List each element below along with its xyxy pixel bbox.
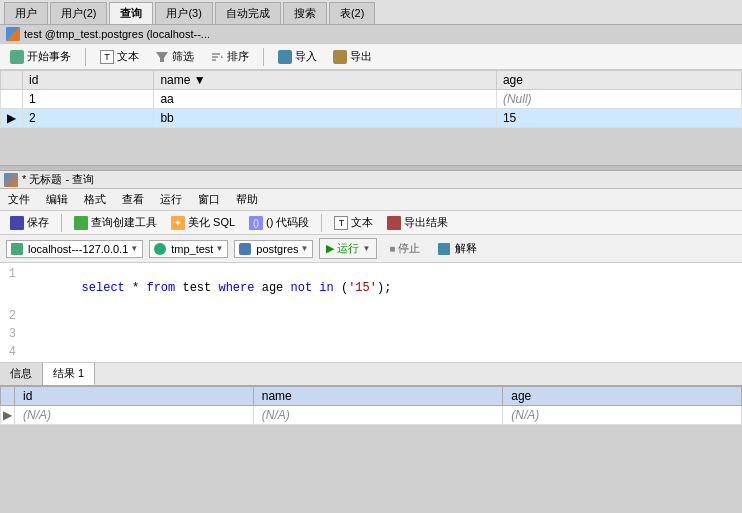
stop-btn[interactable]: ■ 停止 xyxy=(383,239,426,258)
sql-line-3: 3 xyxy=(4,327,738,345)
filter-btn[interactable]: 筛选 xyxy=(151,47,198,66)
query-title-bar: * 无标题 - 查询 xyxy=(0,171,742,189)
explain-icon xyxy=(438,243,450,255)
tab-user1[interactable]: 用户 xyxy=(4,2,48,24)
begin-transaction-btn[interactable]: 开始事务 xyxy=(6,47,75,66)
database-dropdown[interactable]: tmp_test ▼ xyxy=(149,240,228,258)
filter-icon xyxy=(155,50,169,64)
sql-content-1: select * from test where age not in ('15… xyxy=(24,267,738,309)
cell-name-1[interactable]: aa xyxy=(154,90,496,109)
line-num-2: 2 xyxy=(4,309,24,323)
cell-id-2[interactable]: 2 xyxy=(23,109,154,128)
menu-run[interactable]: 运行 xyxy=(158,191,184,208)
cell-name-2[interactable]: bb xyxy=(154,109,496,128)
result-cell-name[interactable]: (N/A) xyxy=(253,406,503,425)
sql-editor[interactable]: 1 select * from test where age not in ('… xyxy=(0,263,742,363)
run-label: 运行 xyxy=(337,241,359,256)
export-btn[interactable]: 导出 xyxy=(329,47,376,66)
top-panel: 用户 用户(2) 查询 用户(3) 自动完成 搜索 表(2) test @tmp… xyxy=(0,0,742,165)
sort-btn[interactable]: 排序 xyxy=(206,47,253,66)
host-dropdown[interactable]: localhost---127.0.0.1 ▼ xyxy=(6,240,143,258)
query-panel: * 无标题 - 查询 文件 编辑 格式 查看 运行 窗口 帮助 保存 查询创建工… xyxy=(0,171,742,513)
import-label: 导入 xyxy=(295,49,317,64)
code-icon: () xyxy=(249,216,263,230)
save-icon xyxy=(10,216,24,230)
result-col-id[interactable]: id xyxy=(15,387,254,406)
menu-view[interactable]: 查看 xyxy=(120,191,146,208)
result-col-age[interactable]: age xyxy=(503,387,742,406)
host-value: localhost---127.0.0.1 xyxy=(28,243,128,255)
top-tab-bar: 用户 用户(2) 查询 用户(3) 自动完成 搜索 表(2) xyxy=(0,0,742,25)
run-btn[interactable]: ▶ 运行 ▼ xyxy=(319,238,377,259)
query-menu-bar: 文件 编辑 格式 查看 运行 窗口 帮助 xyxy=(0,189,742,211)
top-title-text: test @tmp_test.postgres (localhost--... xyxy=(24,28,210,40)
result-table: id name age ▶ (N/A) (N/A) (N/A) xyxy=(0,386,742,425)
schema-value: postgres xyxy=(256,243,298,255)
text-icon2: T xyxy=(334,216,348,230)
col-header-age[interactable]: age xyxy=(496,71,741,90)
export-results-btn[interactable]: 导出结果 xyxy=(383,213,452,232)
result-cell-id[interactable]: (N/A) xyxy=(15,406,254,425)
menu-file[interactable]: 文件 xyxy=(6,191,32,208)
result-tab-1[interactable]: 结果 1 xyxy=(43,363,95,385)
text-btn[interactable]: T 文本 xyxy=(96,47,143,66)
cell-age-2[interactable]: 15 xyxy=(496,109,741,128)
database-icon xyxy=(154,243,166,255)
tab-table2[interactable]: 表(2) xyxy=(329,2,375,24)
cell-age-1[interactable]: (Null) xyxy=(496,90,741,109)
query-toolbar: 保存 查询创建工具 ✦ 美化 SQL () () 代码段 T 文本 导出结果 xyxy=(0,211,742,235)
result-table-row: ▶ (N/A) (N/A) (N/A) xyxy=(1,406,742,425)
code-snippet-label: () 代码段 xyxy=(266,215,309,230)
sort-icon xyxy=(210,50,224,64)
schema-dropdown[interactable]: postgres ▼ xyxy=(234,240,313,258)
line-num-3: 3 xyxy=(4,327,24,341)
tab-autocomplete[interactable]: 自动完成 xyxy=(215,2,281,24)
top-data-table: id name ▼ age 1 aa (Null) ▶ 2 bb 15 xyxy=(0,70,742,128)
sep2 xyxy=(263,48,264,66)
code-snippet-btn[interactable]: () () 代码段 xyxy=(245,213,313,232)
sep3 xyxy=(61,214,62,232)
result-row-arrow: ▶ xyxy=(1,406,15,425)
export-results-label: 导出结果 xyxy=(404,215,448,230)
export-results-icon xyxy=(387,216,401,230)
database-value: tmp_test xyxy=(171,243,213,255)
save-btn[interactable]: 保存 xyxy=(6,213,53,232)
line-num-1: 1 xyxy=(4,267,24,281)
text-label: 文本 xyxy=(117,49,139,64)
import-icon xyxy=(278,50,292,64)
beautify-sql-label: 美化 SQL xyxy=(188,215,235,230)
explain-label: 解释 xyxy=(455,241,477,256)
query-create-btn[interactable]: 查询创建工具 xyxy=(70,213,161,232)
tab-query[interactable]: 查询 xyxy=(109,2,153,24)
menu-help[interactable]: 帮助 xyxy=(234,191,260,208)
text-label2: 文本 xyxy=(351,215,373,230)
host-icon xyxy=(11,243,23,255)
begin-transaction-label: 开始事务 xyxy=(27,49,71,64)
import-btn[interactable]: 导入 xyxy=(274,47,321,66)
explain-btn[interactable]: 解释 xyxy=(432,239,483,258)
export-label: 导出 xyxy=(350,49,372,64)
col-header-name[interactable]: name ▼ xyxy=(154,71,496,90)
tab-user3[interactable]: 用户(3) xyxy=(155,2,212,24)
result-col-name[interactable]: name xyxy=(253,387,503,406)
menu-edit[interactable]: 编辑 xyxy=(44,191,70,208)
tab-search[interactable]: 搜索 xyxy=(283,2,327,24)
result-tab-info[interactable]: 信息 xyxy=(0,363,43,385)
menu-format[interactable]: 格式 xyxy=(82,191,108,208)
tab-user2[interactable]: 用户(2) xyxy=(50,2,107,24)
sql-line-2: 2 xyxy=(4,309,738,327)
col-header-id[interactable]: id xyxy=(23,71,154,90)
result-cell-age[interactable]: (N/A) xyxy=(503,406,742,425)
top-title-bar: test @tmp_test.postgres (localhost--... xyxy=(0,25,742,44)
beautify-sql-btn[interactable]: ✦ 美化 SQL xyxy=(167,213,239,232)
line-num-4: 4 xyxy=(4,345,24,359)
text-btn2[interactable]: T 文本 xyxy=(330,213,377,232)
menu-window[interactable]: 窗口 xyxy=(196,191,222,208)
cell-id-1[interactable]: 1 xyxy=(23,90,154,109)
sql-line-1: 1 select * from test where age not in ('… xyxy=(4,267,738,309)
host-dropdown-arrow: ▼ xyxy=(130,244,138,253)
query-create-icon xyxy=(74,216,88,230)
result-col-arrow xyxy=(1,387,15,406)
run-icon: ▶ xyxy=(326,242,334,255)
result-tabs: 信息 结果 1 xyxy=(0,363,742,386)
